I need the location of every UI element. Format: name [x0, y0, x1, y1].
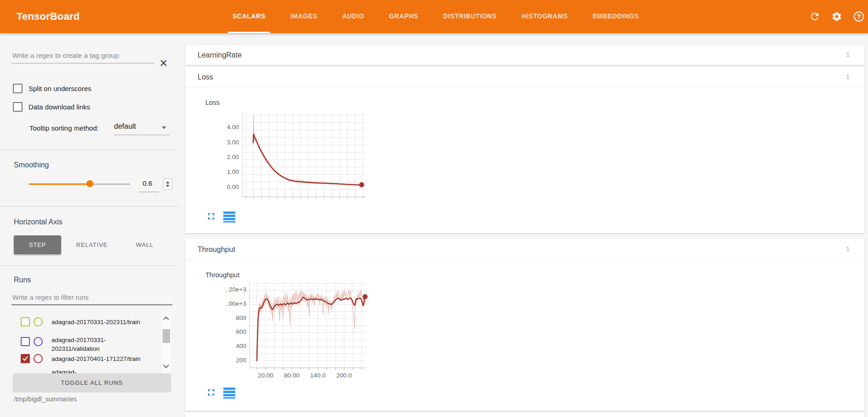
slider-fill — [29, 183, 90, 185]
logdir-path: /tmp/bigdl_summaries — [14, 395, 77, 403]
app-title: TensorBoard — [17, 0, 79, 33]
tag-regex-input[interactable] — [11, 48, 154, 63]
section-title: LearningRate — [198, 45, 242, 65]
gear-icon — [831, 11, 842, 22]
horizontal-axis-label: Horizontal Axis — [14, 218, 62, 226]
divider — [0, 149, 179, 150]
section-count: 1 — [846, 45, 850, 65]
svg-text:80.00: 80.00 — [284, 372, 300, 379]
settings-button[interactable] — [831, 11, 842, 22]
stepper-up-icon[interactable] — [166, 181, 170, 183]
svg-text:2.00: 2.00 — [227, 154, 239, 160]
run-row[interactable]: adagrad-20170331-202311/train — [0, 316, 162, 336]
help-button[interactable]: ? — [853, 11, 864, 22]
refresh-icon — [809, 11, 820, 22]
tab-scalars[interactable]: SCALARS — [228, 0, 270, 33]
toggle-all-runs-button[interactable]: TOGGLE ALL RUNS — [13, 373, 171, 392]
run-checkbox[interactable] — [21, 317, 30, 326]
tab-histograms[interactable]: HISTOGRAMS — [517, 0, 573, 33]
scroll-down-icon[interactable] — [163, 362, 169, 368]
clear-regex-icon[interactable]: × — [157, 56, 170, 70]
toggle-runs-button[interactable] — [223, 387, 234, 398]
svg-text:200.0: 200.0 — [336, 372, 352, 379]
throughput-chart[interactable]: 2004006008001.00e+31.20e+320.0080.00140.… — [226, 280, 369, 382]
tooltip-sorting-select[interactable]: default — [114, 122, 136, 131]
section-throughput: Throughput 1 Throughput 2004006008001.00… — [185, 239, 864, 411]
scrollbar-thumb[interactable] — [163, 329, 170, 343]
tab-graphs[interactable]: GRAPHS — [385, 0, 423, 33]
smoothing-stepper[interactable] — [163, 178, 172, 190]
divider — [0, 206, 179, 206]
run-row-partial[interactable]: adagrad- — [0, 368, 162, 373]
svg-text:1.00e+3: 1.00e+3 — [226, 300, 246, 307]
run-list: adagrad-20170331-202311/train adagrad-20… — [0, 311, 179, 373]
toggle-runs-button[interactable] — [223, 211, 234, 222]
svg-text:140.0: 140.0 — [310, 372, 326, 379]
run-checkbox[interactable] — [21, 337, 30, 346]
fullscreen-icon — [206, 387, 216, 398]
run-label: adagrad-20170331-202311/train — [51, 318, 159, 326]
run-color-circle[interactable] — [34, 337, 43, 346]
tooltip-sorting-label: Tooltip sorting method: — [29, 124, 99, 132]
stepper-down-icon[interactable] — [166, 185, 170, 187]
run-list-scrollbar[interactable] — [162, 312, 171, 373]
section-next-partial[interactable] — [185, 412, 864, 417]
smoothing-label: Smoothing — [14, 161, 49, 169]
smoothing-value[interactable]: 0.6 — [138, 179, 157, 187]
axis-wall-button[interactable]: WALL — [123, 235, 167, 254]
app-header: TensorBoard SCALARS IMAGES AUDIO GRAPHS … — [0, 0, 868, 33]
checkbox-label: Split on underscores — [28, 85, 91, 92]
run-color-circle[interactable] — [34, 354, 43, 363]
chevron-down-icon[interactable] — [162, 126, 166, 129]
scroll-up-icon[interactable] — [163, 316, 169, 322]
section-header-throughput[interactable]: Throughput 1 — [185, 239, 864, 260]
smoothing-slider[interactable] — [29, 183, 130, 185]
axis-relative-button[interactable]: RELATIVE — [67, 235, 117, 254]
section-header-loss[interactable]: Loss 1 — [185, 67, 864, 87]
chart-title-throughput: Throughput — [205, 271, 239, 279]
svg-text:3.00: 3.00 — [227, 139, 239, 146]
section-count: 1 — [846, 67, 850, 87]
svg-text:200: 200 — [236, 357, 246, 364]
tab-distributions[interactable]: DISTRIBUTIONS — [438, 0, 501, 33]
smoothing-underline — [138, 192, 159, 192]
chart-actions — [206, 211, 234, 222]
check-icon — [23, 355, 28, 360]
fullscreen-icon — [206, 211, 216, 222]
checkbox-label: Data download links — [28, 103, 90, 111]
runs-label: Runs — [14, 276, 31, 284]
tab-audio[interactable]: AUDIO — [338, 0, 369, 33]
svg-text:800: 800 — [236, 314, 246, 321]
tab-images[interactable]: IMAGES — [286, 0, 322, 33]
run-label: adagrad-20170401-171227/train — [51, 354, 159, 363]
run-color-circle[interactable] — [34, 317, 43, 326]
tab-embeddings[interactable]: EMBEDDINGS — [588, 0, 644, 33]
fullscreen-button[interactable] — [206, 211, 217, 222]
menu-lines-icon — [223, 211, 235, 223]
section-title: Loss — [198, 67, 213, 87]
divider — [0, 265, 179, 266]
run-checkbox[interactable] — [21, 354, 30, 363]
svg-text:400: 400 — [236, 343, 246, 349]
chart-actions — [206, 387, 234, 398]
tab-bar: SCALARS IMAGES AUDIO GRAPHS DISTRIBUTION… — [228, 0, 644, 33]
svg-text:600: 600 — [236, 328, 246, 335]
checkbox-icon — [13, 102, 23, 112]
checkbox-icon — [13, 84, 23, 93]
refresh-button[interactable] — [809, 11, 820, 22]
loss-chart[interactable]: 0.001.002.003.004.00 — [226, 110, 369, 202]
menu-lines-icon — [223, 388, 235, 400]
run-label: adagrad-20170331-202311/validation — [51, 336, 150, 353]
chart-title-loss: Loss — [205, 99, 220, 106]
svg-text:20.00: 20.00 — [258, 372, 273, 379]
run-regex-input[interactable] — [11, 291, 172, 305]
main-content: LearningRate 1 Loss 1 Loss 0.001.002.003… — [185, 33, 864, 417]
appbar-actions: ? — [809, 0, 864, 33]
section-header-learningrate[interactable]: LearningRate 1 — [185, 45, 864, 65]
svg-text:1.20e+3: 1.20e+3 — [226, 286, 246, 293]
axis-step-button[interactable]: STEP — [14, 235, 61, 254]
slider-thumb[interactable] — [86, 180, 93, 187]
help-icon: ? — [854, 11, 864, 22]
fullscreen-button[interactable] — [206, 387, 217, 398]
section-learningrate: LearningRate 1 — [185, 45, 864, 65]
